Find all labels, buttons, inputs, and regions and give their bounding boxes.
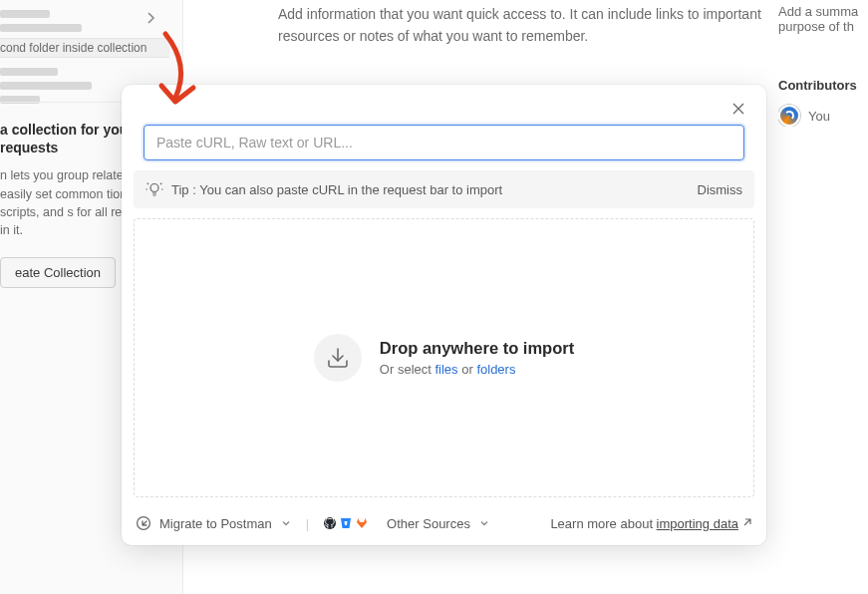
promo-heading-line1: a collection for your: [0, 122, 134, 138]
promo-heading-line2: requests: [0, 140, 58, 155]
chevron-right-icon[interactable]: [143, 10, 158, 26]
external-link-icon: [741, 516, 752, 527]
contributors-panel: Add a summa purpose of th Contributors Y…: [778, 0, 868, 127]
select-folders-link[interactable]: folders: [476, 362, 515, 377]
import-modal: Tip : You can also paste cURL in the req…: [122, 85, 766, 545]
chevron-down-icon: [280, 517, 292, 529]
bitbucket-icon: [339, 516, 353, 530]
lightbulb-icon: [145, 180, 163, 198]
importing-data-link[interactable]: importing data: [657, 516, 738, 531]
create-collection-button[interactable]: eate Collection: [0, 257, 116, 288]
import-dropzone[interactable]: Drop anywhere to import Or select files …: [134, 218, 754, 497]
contributor-you: You: [808, 109, 830, 124]
import-icon: [314, 334, 362, 382]
summary-text-2: purpose of th: [778, 19, 854, 34]
avatar-icon: [778, 105, 800, 127]
source-icons: [323, 516, 369, 530]
other-sources-label: Other Sources: [387, 516, 470, 531]
select-files-link[interactable]: files: [434, 362, 457, 377]
other-sources-button[interactable]: Other Sources: [323, 516, 490, 531]
migrate-label: Migrate to Postman: [159, 516, 272, 531]
svg-point-0: [150, 184, 158, 192]
sidebar-folder-label[interactable]: cond folder inside collection: [0, 38, 169, 58]
gitlab-icon: [355, 516, 369, 530]
contributors-heading: Contributors: [778, 78, 868, 93]
learn-more: Learn more about importing data: [550, 516, 752, 531]
footer-divider: |: [306, 516, 309, 531]
summary-text-1: Add a summa: [778, 4, 858, 19]
migrate-icon: [136, 515, 151, 531]
github-icon: [323, 516, 337, 530]
tip-text: Tip : You can also paste cURL in the req…: [171, 182, 502, 197]
import-url-input[interactable]: [144, 125, 744, 160]
chevron-down-icon: [478, 517, 490, 529]
drop-subtitle: Or select files or folders: [380, 362, 574, 377]
dismiss-button[interactable]: Dismiss: [698, 182, 743, 197]
sidebar-skeleton: [0, 0, 120, 38]
import-tip: Tip : You can also paste cURL in the req…: [134, 170, 754, 208]
drop-title: Drop anywhere to import: [380, 339, 574, 358]
svg-point-1: [138, 517, 150, 530]
migrate-button[interactable]: Migrate to Postman: [136, 515, 292, 531]
overview-description: Add information that you want quick acce…: [278, 4, 776, 47]
close-icon[interactable]: [728, 99, 748, 119]
modal-footer: Migrate to Postman | Other Sources Learn…: [136, 515, 752, 531]
